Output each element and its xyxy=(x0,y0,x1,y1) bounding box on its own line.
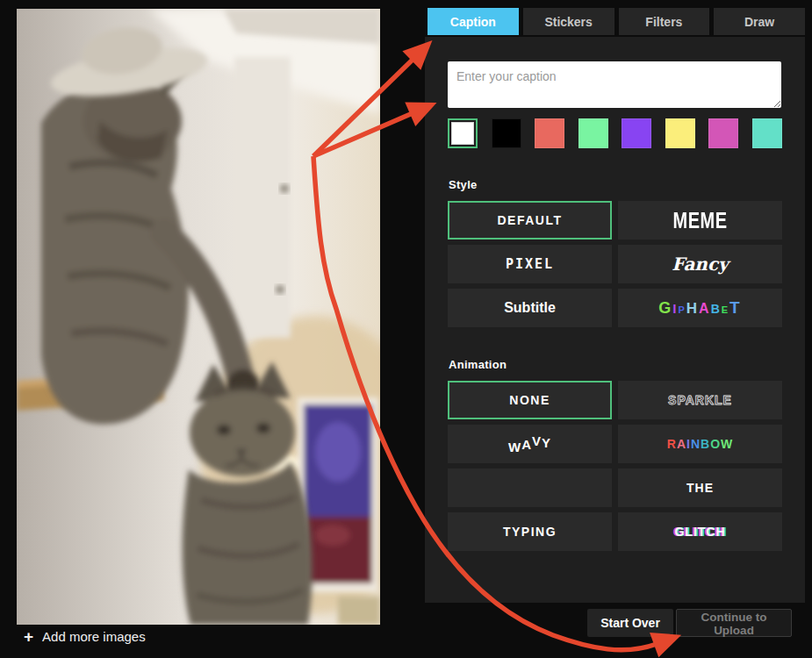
style-option-fancy[interactable]: Fancy xyxy=(618,245,782,283)
color-swatch-turquoise[interactable] xyxy=(752,118,782,148)
animation-option-label: WAVY xyxy=(508,437,551,452)
tab-filters[interactable]: Filters xyxy=(619,8,710,35)
animation-option-wavy[interactable]: WAVY xyxy=(448,425,612,463)
animation-section-label: Animation xyxy=(449,358,507,371)
color-chip xyxy=(665,118,695,148)
animation-option-typing[interactable]: TYPING xyxy=(448,512,612,551)
cat-scene-illustration xyxy=(17,9,380,625)
color-swatch-purple[interactable] xyxy=(622,118,651,148)
tab-draw[interactable]: Draw xyxy=(714,8,805,35)
style-option-label: DEFAULT xyxy=(497,213,562,227)
animation-options-grid: NONE SPARKLE WAVY RAINBOW THE TYPING GLI… xyxy=(448,381,782,551)
animation-option-sparkle[interactable]: SPARKLE xyxy=(618,381,782,419)
style-option-label: Fancy xyxy=(672,254,728,275)
animation-option-rainbow[interactable]: RAINBOW xyxy=(618,425,782,463)
color-swatch-white[interactable] xyxy=(448,118,478,148)
plus-icon: + xyxy=(24,628,33,645)
color-swatch-black[interactable] xyxy=(492,118,521,148)
style-option-meme[interactable]: MEME xyxy=(618,201,782,240)
style-option-pixel[interactable]: PIXEL xyxy=(448,245,612,283)
caption-color-swatches xyxy=(448,118,782,148)
caption-input[interactable] xyxy=(448,61,781,108)
color-swatch-orchid[interactable] xyxy=(708,118,738,148)
style-option-label: GIPHABET xyxy=(658,298,741,318)
animation-option-label: RAINBOW xyxy=(667,437,734,451)
color-chip xyxy=(708,118,738,148)
add-more-images-button[interactable]: + Add more images xyxy=(24,628,146,645)
caption-panel: Style DEFAULT MEME PIXEL Fancy Subtitle … xyxy=(425,37,805,603)
color-chip xyxy=(752,118,782,148)
animation-option-fade[interactable] xyxy=(448,468,612,507)
color-swatch-spring-green[interactable] xyxy=(578,118,608,148)
animation-option-label: SPARKLE xyxy=(668,393,732,407)
color-swatch-yellow[interactable] xyxy=(665,118,695,148)
animation-option-label: GLITCH xyxy=(674,525,725,539)
color-chip xyxy=(451,122,474,145)
color-chip xyxy=(622,118,651,148)
continue-to-upload-button[interactable]: Continue to Upload xyxy=(676,609,792,637)
animation-option-glitch[interactable]: GLITCH xyxy=(618,512,782,551)
color-chip xyxy=(535,118,564,148)
animation-option-label: TYPING xyxy=(503,525,557,539)
color-chip xyxy=(578,118,608,148)
color-chip xyxy=(492,118,521,148)
style-option-label: MEME xyxy=(673,207,728,233)
add-more-images-label: Add more images xyxy=(42,629,146,644)
tab-caption[interactable]: Caption xyxy=(428,8,519,35)
style-option-default[interactable]: DEFAULT xyxy=(448,201,612,240)
style-options-grid: DEFAULT MEME PIXEL Fancy Subtitle GIPHAB… xyxy=(448,201,782,327)
style-option-label: Subtitle xyxy=(504,300,556,316)
style-option-subtitle[interactable]: Subtitle xyxy=(448,289,612,327)
style-section-label: Style xyxy=(449,178,478,191)
gif-editor-page: + Add more images Caption Stickers Filte… xyxy=(0,0,812,658)
animation-option-label: THE xyxy=(686,481,714,495)
animation-option-none[interactable]: NONE xyxy=(448,381,612,419)
animation-option-the[interactable]: THE xyxy=(618,468,782,507)
gif-preview xyxy=(17,9,380,625)
editor-tabs: Caption Stickers Filters Draw xyxy=(428,8,805,35)
animation-option-label: NONE xyxy=(509,393,550,407)
style-option-giphabet[interactable]: GIPHABET xyxy=(618,289,782,327)
tab-stickers[interactable]: Stickers xyxy=(523,8,614,35)
style-option-label: PIXEL xyxy=(506,256,554,272)
start-over-button[interactable]: Start Over xyxy=(587,609,673,637)
color-swatch-salmon[interactable] xyxy=(535,118,564,148)
